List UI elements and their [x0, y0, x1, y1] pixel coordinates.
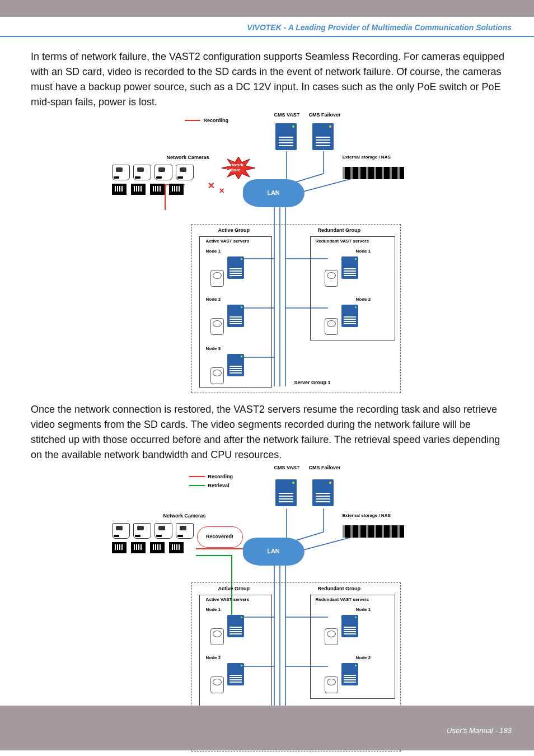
label-cms-vast: CMS VAST — [274, 112, 300, 118]
label-redundant-group: Redundant Group — [318, 227, 361, 233]
label-node1: Node 1 — [356, 249, 371, 254]
active-node-2-icon — [210, 663, 244, 693]
label-external-storage: External storage / NAS — [343, 155, 404, 160]
x-mark-icon: × — [208, 179, 215, 192]
label-redundant-group: Redundant Group — [318, 586, 361, 591]
label-node2: Node 2 — [356, 655, 371, 660]
label-active-servers: Active VAST servers — [206, 239, 250, 244]
label-node1: Node 1 — [206, 249, 221, 254]
recovered-callout: Recovered! — [197, 526, 243, 548]
redundant-node-1-icon — [325, 615, 358, 645]
label-network-failure: Network Failure — [226, 162, 255, 172]
x-mark-icon: × — [219, 186, 224, 196]
top-margin-band — [0, 0, 534, 17]
legend-recording-line — [185, 120, 200, 121]
camera-cluster — [112, 165, 207, 195]
cms-failover-server-icon — [312, 123, 334, 150]
active-node-1-icon — [210, 615, 244, 645]
paragraph-1: In terms of network failure, the VAST2 c… — [31, 49, 506, 110]
cms-vast-server-icon — [275, 479, 297, 506]
active-node-2-icon — [210, 305, 244, 335]
footer-page-info: User's Manual - 183 — [447, 726, 512, 735]
legend-retrieval: Retrieval — [208, 483, 229, 488]
legend-retrieval-line — [189, 485, 205, 486]
camera-cluster — [112, 523, 207, 553]
cms-failover-server-icon — [312, 479, 334, 506]
label-redundant-servers: Redundant VAST servers — [316, 597, 369, 602]
label-active-group: Active Group — [218, 227, 250, 233]
label-node1: Node 1 — [206, 607, 221, 612]
label-cms-vast: CMS VAST — [274, 465, 300, 470]
legend-recording-line — [189, 476, 205, 477]
label-network-cameras: Network Cameras — [167, 155, 209, 160]
label-node2: Node 2 — [206, 655, 221, 660]
label-network-cameras: Network Cameras — [163, 513, 206, 519]
redundant-node-1-icon — [325, 256, 358, 287]
label-node3: Node 3 — [206, 346, 221, 351]
active-node-3-icon — [210, 354, 244, 384]
legend-recording: Recording — [204, 118, 229, 123]
header-tagline: VIVOTEK - A Leading Provider of Multimed… — [247, 23, 512, 32]
lan-cloud-icon: LAN — [243, 538, 305, 566]
active-node-1-icon — [210, 256, 244, 287]
lan-cloud-icon: LAN — [243, 179, 305, 207]
cms-vast-server-icon — [275, 123, 297, 150]
nas-icon — [343, 167, 404, 179]
network-failure-burst-icon: Network Failure — [222, 157, 255, 179]
header-rule: VIVOTEK - A Leading Provider of Multimed… — [0, 22, 534, 37]
label-active-group: Active Group — [218, 586, 250, 591]
label-node2: Node 2 — [206, 297, 221, 302]
label-node1: Node 1 — [356, 607, 371, 612]
redundant-node-2-icon — [325, 305, 358, 335]
diagram-network-failure: CMS VAST CMS Failover Recording Network … — [112, 112, 425, 398]
label-active-servers: Active VAST servers — [206, 597, 250, 602]
label-cms-failover: CMS Failover — [309, 465, 341, 470]
paragraph-2: Once the network connection is restored,… — [31, 402, 506, 463]
label-external-storage: External storage / NAS — [343, 513, 404, 518]
legend-recording: Recording — [208, 474, 233, 479]
label-server-group: Server Group 1 — [294, 380, 331, 385]
redundant-node-2-icon — [325, 663, 358, 693]
label-node2: Node 2 — [356, 297, 371, 302]
label-cms-failover: CMS Failover — [309, 112, 341, 118]
footer-band: User's Manual - 183 — [0, 706, 534, 750]
label-redundant-servers: Redundant VAST servers — [316, 239, 369, 244]
nas-icon — [343, 525, 404, 538]
